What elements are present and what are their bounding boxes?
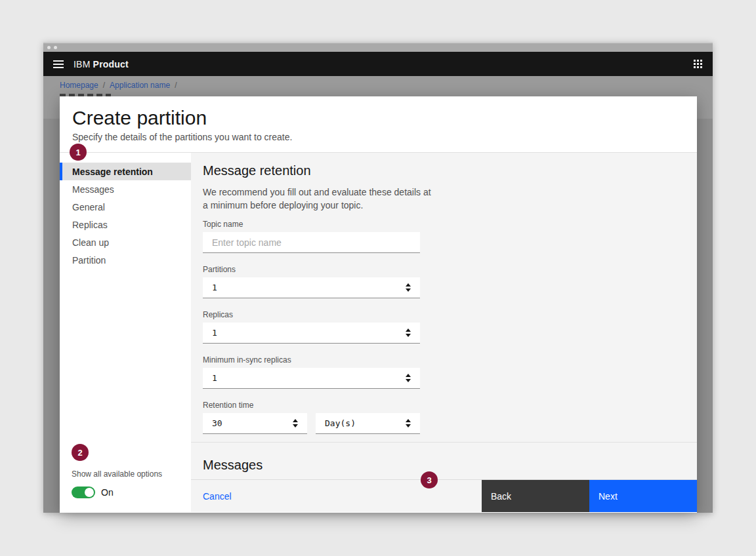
app-brand: IBM Product [74,59,129,70]
tearsheet-sidebar: 1 Message retention Messages General Rep… [60,153,191,512]
annotation-badge-2: 2 [72,444,89,461]
retention-unit-value: Day(s) [325,418,356,428]
replicas-field: Replicas [203,310,685,344]
topic-name-field: Topic name [203,220,685,253]
increment-icon [293,419,298,422]
breadcrumb-link-homepage[interactable]: Homepage [60,81,98,90]
section-description: We recommend you fill out and evaluate t… [203,186,436,212]
tearsheet-header: Create partition Specify the details of … [60,96,697,153]
increment-icon [406,328,411,332]
breadcrumb-separator: / [175,81,177,90]
message-retention-section: Message retention We recommend you fill … [191,153,697,434]
increment-icon [406,419,411,422]
sidebar-item-general[interactable]: General [60,198,191,216]
topic-name-label: Topic name [203,220,685,229]
sidebar-footer: 2 Show all available options On [72,444,162,498]
messages-section-heading: Messages [203,456,697,473]
breadcrumb: Homepage / Application name / [60,81,177,90]
create-partition-tearsheet: Create partition Specify the details of … [60,96,697,513]
retention-unit-stepper[interactable] [406,419,411,427]
increment-icon [406,374,411,377]
show-all-options-label: Show all available options [72,469,162,479]
topic-name-input[interactable] [212,237,411,248]
toggle-state-label: On [101,487,114,498]
window-control-dot [54,46,57,49]
sidebar-nav: Message retention Messages General Repli… [60,163,191,269]
sidebar-item-partition[interactable]: Partition [60,251,191,269]
min-insync-replicas-input[interactable] [212,373,406,383]
next-button[interactable]: Next [589,480,697,512]
min-insync-replicas-field: Minimum in-sync replicas [203,355,685,389]
sidebar-item-clean-up[interactable]: Clean up [60,233,191,251]
app-switcher-icon[interactable] [682,52,713,76]
retention-time-stepper[interactable] [293,419,298,427]
sidebar-item-messages[interactable]: Messages [60,180,191,198]
retention-unit-select[interactable]: Day(s) [316,413,420,434]
cancel-button[interactable]: Cancel [191,480,243,512]
decrement-icon [406,288,411,292]
tearsheet-title: Create partition [72,106,684,130]
window-control-dot [47,46,51,49]
brand-prefix: IBM [74,59,91,70]
decrement-icon [406,379,411,382]
decrement-icon [406,334,411,337]
show-all-options-toggle[interactable] [72,486,95,498]
window-titlebar [43,42,713,52]
partitions-stepper[interactable] [406,283,411,292]
replicas-stepper[interactable] [406,328,411,337]
partitions-label: Partitions [203,265,685,274]
increment-icon [406,283,411,287]
decrement-icon [406,424,411,427]
tearsheet-subtitle: Specify the details of the partitions yo… [72,132,684,142]
tearsheet-footer: 3 Cancel Back Next [191,479,697,512]
retention-time-input[interactable] [212,418,293,428]
breadcrumb-separator: / [103,81,105,90]
partitions-input[interactable] [212,283,406,292]
decrement-icon [293,424,298,427]
section-divider [191,442,697,443]
min-insync-replicas-stepper[interactable] [406,374,411,382]
section-heading: Message retention [203,162,685,179]
min-insync-replicas-label: Minimum in-sync replicas [203,355,685,365]
retention-time-label: Retention time [203,401,685,410]
annotation-badge-1: 1 [70,144,87,161]
brand-product: Product [93,59,129,70]
toggle-knob [85,488,94,497]
annotation-badge-3: 3 [421,471,438,488]
replicas-label: Replicas [203,310,685,319]
app-header: IBM Product [43,52,713,76]
replicas-input[interactable] [212,328,406,338]
sidebar-item-message-retention[interactable]: Message retention [60,163,191,180]
hamburger-menu-icon[interactable] [43,52,74,76]
sidebar-item-replicas[interactable]: Replicas [60,216,191,233]
breadcrumb-link-application-name[interactable]: Application name [110,81,170,90]
back-button[interactable]: Back [482,480,589,512]
retention-time-field: Retention time Day(s) [203,401,685,434]
tearsheet-content: Message retention We recommend you fill … [191,153,697,512]
partitions-field: Partitions [203,265,685,298]
